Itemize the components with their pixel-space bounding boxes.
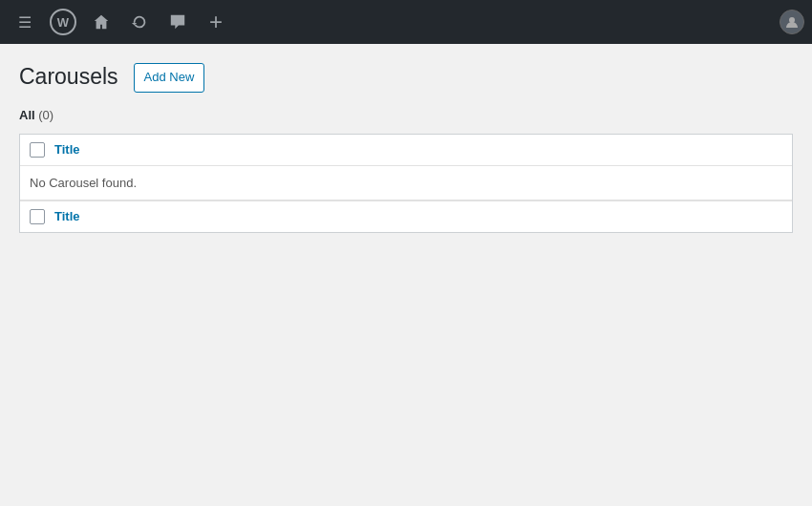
wp-icon[interactable]: W [46,5,80,39]
table-footer-row: Title [20,200,792,232]
topbar: ☰ W + [0,0,812,44]
no-items-message: No Carousel found. [20,166,792,200]
table-header-row: Title [20,135,792,166]
carousels-table: Title No Carousel found. Title [19,134,793,233]
table-footer-title[interactable]: Title [54,209,80,223]
home-icon[interactable] [84,5,118,39]
add-new-button[interactable]: Add New [134,63,205,93]
page-title: Carousels [19,63,118,92]
select-all-footer-checkbox[interactable] [30,209,45,224]
filter-all-label[interactable]: All [19,108,35,122]
page-header: Carousels Add New [19,63,793,93]
menu-icon[interactable]: ☰ [8,5,42,39]
refresh-icon[interactable] [122,5,157,39]
comment-icon[interactable] [160,5,195,39]
page-content: Carousels Add New All (0) Title No Carou… [0,44,812,233]
filter-bar: All (0) [19,108,793,122]
select-all-checkbox[interactable] [30,142,45,158]
filter-count: (0) [38,108,53,122]
new-icon[interactable]: + [199,5,233,39]
table-header-title[interactable]: Title [54,142,80,157]
user-avatar[interactable] [780,10,804,34]
